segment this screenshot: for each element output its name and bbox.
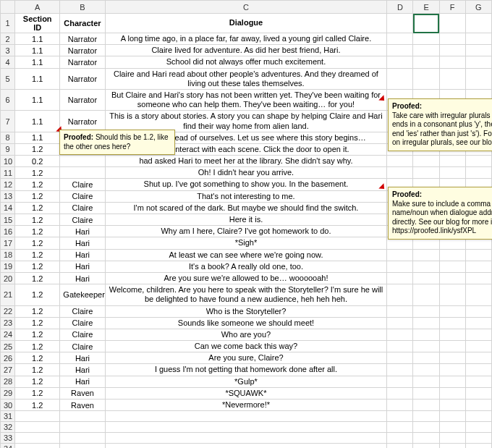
row-header[interactable]: 16 (1, 226, 15, 237)
cell[interactable]: 1.1 (15, 45, 60, 56)
cell[interactable] (465, 14, 491, 33)
cell[interactable] (465, 444, 491, 448)
cell[interactable] (413, 156, 439, 167)
row-header[interactable]: 25 (1, 341, 15, 352)
cell[interactable] (413, 444, 439, 448)
cell[interactable]: Narrator (60, 45, 105, 56)
cell[interactable] (387, 341, 413, 352)
cell[interactable] (413, 411, 439, 422)
cell[interactable]: Sounds like someone we should meet! (105, 317, 387, 329)
row-header[interactable]: 34 (1, 444, 15, 448)
cell[interactable]: But Claire and Hari's story has not been… (105, 89, 387, 110)
cell[interactable]: 1.2 (15, 364, 60, 376)
cell[interactable] (387, 167, 413, 179)
cell[interactable] (413, 33, 439, 45)
row-header[interactable]: 28 (1, 376, 15, 387)
cell[interactable] (465, 387, 491, 399)
cell[interactable]: 1.2 (15, 179, 60, 190)
cell[interactable] (413, 272, 439, 284)
cell[interactable] (413, 376, 439, 387)
cell[interactable] (387, 444, 413, 448)
cell[interactable] (413, 352, 439, 364)
col-header-G[interactable]: G (465, 1, 491, 14)
cell[interactable]: 1.2 (15, 305, 60, 317)
cell[interactable]: Raven (60, 400, 105, 411)
cell[interactable]: Oh! I didn't hear you arrive. (105, 167, 387, 179)
cell[interactable]: 1.2 (15, 272, 60, 284)
cell[interactable] (60, 156, 105, 167)
comment-note[interactable]: Proofed: Take care with irregular plural… (388, 98, 492, 151)
cell[interactable] (387, 317, 413, 329)
cell[interactable]: 1.1 (15, 111, 60, 132)
cell[interactable]: 1.2 (15, 237, 60, 249)
cell[interactable]: 1.2 (15, 167, 60, 179)
cell[interactable]: That's not interesting to me. (105, 190, 387, 202)
cell[interactable] (465, 284, 491, 305)
row-header[interactable]: 9 (1, 143, 15, 155)
row-header[interactable]: 17 (1, 237, 15, 249)
cell[interactable] (413, 249, 439, 261)
cell[interactable]: 1.2 (15, 143, 60, 155)
cell[interactable] (413, 387, 439, 399)
row-header[interactable]: 26 (1, 352, 15, 364)
cell[interactable] (387, 352, 413, 364)
cell[interactable]: Shut up. I've got something to show you.… (105, 179, 387, 190)
cell[interactable] (387, 45, 413, 56)
cell[interactable] (413, 364, 439, 376)
cell[interactable]: Are you sure we're allowed to be… wooooo… (105, 272, 387, 284)
cell[interactable] (465, 411, 491, 422)
cell[interactable] (439, 305, 465, 317)
row-header[interactable]: 30 (1, 400, 15, 411)
col-header-C[interactable]: C (105, 1, 387, 14)
cell[interactable] (413, 45, 439, 56)
cell[interactable] (413, 261, 439, 272)
row-header[interactable]: 7 (1, 111, 15, 132)
row-header[interactable]: 21 (1, 284, 15, 305)
cell[interactable] (439, 167, 465, 179)
cell[interactable] (439, 249, 465, 261)
cell[interactable] (439, 341, 465, 352)
row-header[interactable]: 23 (1, 317, 15, 329)
cell[interactable] (465, 33, 491, 45)
cell[interactable] (387, 411, 413, 422)
cell[interactable]: *SQUAWK* (105, 387, 387, 399)
cell[interactable] (465, 261, 491, 272)
cell[interactable] (413, 305, 439, 317)
cell[interactable] (465, 329, 491, 340)
cell[interactable] (413, 341, 439, 352)
cell[interactable]: 1.2 (15, 317, 60, 329)
row-header[interactable]: 10 (1, 156, 15, 167)
cell[interactable]: 1.2 (15, 214, 60, 226)
row-header[interactable]: 31 (1, 411, 15, 422)
cell[interactable] (439, 329, 465, 340)
row-header[interactable]: 24 (1, 329, 15, 340)
cell[interactable]: A long time ago, in a place far, far awa… (105, 33, 387, 45)
cell[interactable]: Welcome, children. Are you here to speak… (105, 284, 387, 305)
cell[interactable]: Section ID (15, 14, 60, 33)
cell[interactable] (439, 444, 465, 448)
cell[interactable] (387, 400, 413, 411)
cell[interactable]: 1.2 (15, 387, 60, 399)
cell[interactable] (465, 68, 491, 89)
cell[interactable]: Claire (60, 214, 105, 226)
cell[interactable] (387, 387, 413, 399)
row-header[interactable]: 5 (1, 68, 15, 89)
cell[interactable] (439, 411, 465, 422)
cell[interactable]: Hari (60, 272, 105, 284)
cell[interactable]: Claire (60, 179, 105, 190)
cell[interactable]: 1.2 (15, 190, 60, 202)
cell[interactable]: At least we can see where we're going no… (105, 249, 387, 261)
cell[interactable] (439, 68, 465, 89)
cell[interactable]: This is a story about stories. A story y… (105, 111, 387, 132)
cell[interactable]: Hari (60, 237, 105, 249)
cell[interactable]: Hari (60, 376, 105, 387)
cell[interactable]: *Gulp* (105, 376, 387, 387)
row-header[interactable]: 13 (1, 190, 15, 202)
cell[interactable] (465, 352, 491, 364)
cell[interactable]: School did not always offer much excitem… (105, 56, 387, 68)
cell[interactable] (413, 433, 439, 444)
row-header[interactable]: 4 (1, 56, 15, 68)
cell[interactable] (413, 167, 439, 179)
cell[interactable] (413, 317, 439, 329)
cell[interactable] (465, 422, 491, 433)
